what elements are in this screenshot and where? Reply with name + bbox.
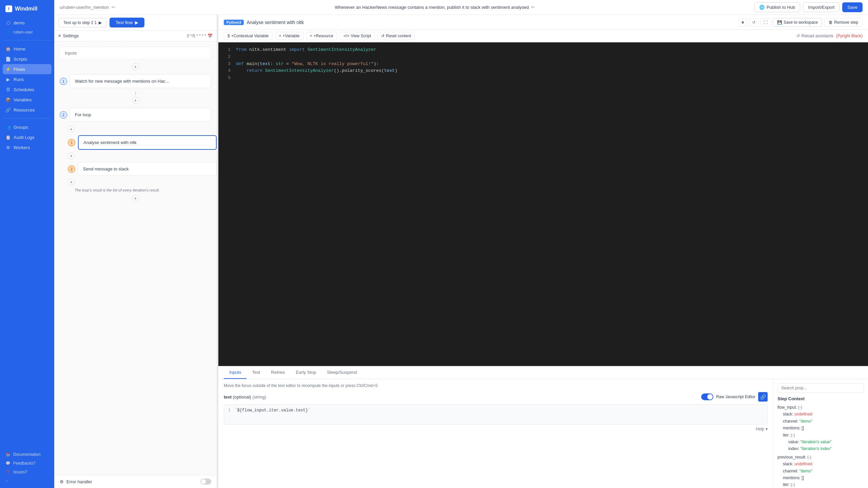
step-1-content[interactable]: Watch for new message with mentions on H… <box>70 74 211 88</box>
edit-path-icon[interactable]: ✏ <box>112 5 115 10</box>
step-2-item[interactable]: 2 For loop 🗑 <box>54 105 217 124</box>
sidebar-item-scripts[interactable]: 📄 Scripts <box>3 54 52 64</box>
sidebar-item-resources[interactable]: 🔗 Resources <box>3 105 52 115</box>
test-step-button[interactable]: Test up to step 2 1 ▶ <box>58 18 107 27</box>
toggle-thumb <box>707 394 713 400</box>
settings-label[interactable]: ≡ Settings <box>58 33 79 38</box>
step-2-content[interactable]: For loop 🗑 <box>70 108 211 122</box>
sidebar-logo: Windmill <box>0 0 54 16</box>
add-step-btn-final[interactable]: + <box>132 195 139 202</box>
demo-icon: ⬡ <box>5 20 11 25</box>
add-loop-step-btn-2[interactable]: + <box>68 179 75 185</box>
ctx-val-value-1: "Iteration's value" <box>800 440 831 444</box>
ctx-val-slack-2: undefined <box>794 462 812 466</box>
tab-early-stop[interactable]: Early Stop <box>290 366 321 379</box>
test-flow-button[interactable]: Test flow ▶ <box>110 18 144 27</box>
view-script-button[interactable]: </> View Script <box>340 32 375 40</box>
line-num-1: 1 <box>224 46 231 54</box>
error-handler-toggle[interactable] <box>200 479 211 485</box>
trash-icon: 🗑 <box>829 20 833 25</box>
sidebar-schedules-label: Schedules <box>14 87 34 92</box>
loop-step-2-content[interactable]: Send message to slack 🗑 <box>78 162 217 176</box>
help-row[interactable]: Help ▾ <box>224 427 768 431</box>
ctx-val-slack-1: undefined <box>794 412 812 416</box>
topbar: u/ruben-user/hn_mention ✏ Whenever an Ha… <box>54 0 868 15</box>
right-panel: Python3 Analyse sentiment with nltk ■ ↺ … <box>218 15 868 488</box>
view-script-label: View Script <box>351 34 371 38</box>
text-field-value[interactable]: 1 `${flow_input.iter.value.text}` <box>224 404 768 425</box>
add-loop-step-btn-0[interactable]: + <box>68 126 75 133</box>
ctx-val-iter-2: (-) <box>791 482 795 487</box>
loop-step-2-item[interactable]: 2 Send message to slack 🗑 <box>68 161 217 177</box>
variable-button[interactable]: + +Variable <box>275 32 303 40</box>
ctx-previous-result: previous_result: (-) <box>777 454 864 461</box>
edit-title-icon[interactable]: ✏ <box>531 5 535 10</box>
code-editor[interactable]: 1 from nltk.sentiment import SentimentIn… <box>218 42 868 366</box>
raw-js-label: Raw Javascript Editor <box>716 394 755 399</box>
remove-step-button[interactable]: 🗑 Remove step <box>824 18 863 27</box>
reload-assistants[interactable]: ↺ Reload assistants (Pyright Black) <box>796 34 863 38</box>
sidebar-item-runs[interactable]: ▶ Runs <box>3 74 52 84</box>
context-search-input[interactable] <box>777 383 864 393</box>
sidebar-item-audit-logs[interactable]: 📋 Audit Logs <box>3 132 52 142</box>
save-button[interactable]: Save <box>842 2 863 12</box>
add-step-btn-0[interactable]: + <box>132 63 139 70</box>
resource-button[interactable]: + +Resource <box>306 32 337 40</box>
sidebar-item-variables[interactable]: 📦 Variables <box>3 95 52 105</box>
sidebar-item-feedback[interactable]: 💬 Feedbacks? <box>3 459 52 468</box>
ctx-key-slack-2: slack: <box>783 462 794 466</box>
dollar-icon: $ <box>228 34 230 38</box>
import-export-button[interactable]: Import/Export <box>803 2 840 12</box>
cron-display: 0 */5 * * * * 📅 <box>187 34 213 38</box>
ctx-key-prev-result: previous_result: <box>777 455 807 460</box>
sidebar-item-home[interactable]: 🏠 Home <box>3 44 52 54</box>
sidebar-back-button[interactable]: ← <box>3 476 52 485</box>
inputs-hint: Move the focus outside of the text edito… <box>224 383 768 388</box>
home-icon: 🏠 <box>5 46 11 52</box>
sidebar-item-flows[interactable]: ⚡ Flows <box>3 64 52 74</box>
loop-children: + 1 Analyse sentiment with nltk 🗑 + 2 <box>54 126 217 185</box>
tab-content: Move the focus outside of the text edito… <box>218 379 868 488</box>
raw-js-toggle[interactable] <box>701 393 713 400</box>
stop-button[interactable]: ■ <box>738 18 747 26</box>
topbar-actions: 🌐 Publish to Hub Import/Export Save <box>754 2 863 12</box>
sidebar-issues-label: Issues? <box>13 470 27 474</box>
sidebar-item-issues[interactable]: ❓ Issues? <box>3 468 52 476</box>
scripts-icon: 📄 <box>5 56 11 62</box>
add-loop-step-btn-1[interactable]: + <box>68 152 75 159</box>
tab-test[interactable]: Test <box>246 366 265 379</box>
ctx-index-1: index: "Iteration's index" <box>777 445 864 452</box>
sidebar-item-workers[interactable]: ⚙ Workers <box>3 142 52 152</box>
reset-content-button[interactable]: ↺ Reset content <box>377 32 415 40</box>
bottom-panel: Inputs Test Retries Early Stop Sleep/Sus… <box>218 366 868 488</box>
sidebar-item-docs[interactable]: 📚 Documentation <box>3 450 52 459</box>
inputs-step[interactable]: Inputs <box>54 44 217 62</box>
secondary-toolbar: $ +Contextual Variable + +Variable + +Re… <box>218 30 868 42</box>
save-label: Save <box>847 5 857 10</box>
sidebar-user[interactable]: 👤 ruben-user <box>3 28 52 37</box>
save-workspace-label: Save to workspace <box>784 20 818 25</box>
resource-icon: + <box>310 34 312 38</box>
tab-retries[interactable]: Retries <box>265 366 290 379</box>
loop-step-1-content[interactable]: Analyse sentiment with nltk 🗑 <box>78 135 217 150</box>
python-badge: Python3 <box>224 20 244 25</box>
sidebar-item-groups[interactable]: 👥 Groups <box>3 122 52 132</box>
sidebar-item-demo[interactable]: ⬡ demo <box>3 18 52 28</box>
contextual-var-button[interactable]: $ +Contextual Variable <box>224 32 273 40</box>
add-step-btn-1[interactable]: + <box>132 97 139 104</box>
save-workspace-button[interactable]: 💾 Save to workspace <box>773 18 822 27</box>
step-1-label: Watch for new message with mentions on H… <box>75 79 169 84</box>
reload-button[interactable]: ↺ <box>749 18 758 26</box>
loop-step-1-item[interactable]: 1 Analyse sentiment with nltk 🗑 <box>68 134 217 151</box>
publish-hub-button[interactable]: 🌐 Publish to Hub <box>754 2 801 12</box>
sidebar-item-schedules[interactable]: 🗓 Schedules <box>3 84 52 95</box>
tab-inputs[interactable]: Inputs <box>224 366 246 379</box>
loop-step-2-number: 2 <box>68 165 75 173</box>
settings-text: Settings <box>63 33 79 38</box>
tab-sleep-suspend[interactable]: Sleep/Suspend <box>321 366 362 379</box>
sidebar-spacer <box>0 154 54 447</box>
step-1-item[interactable]: 1 Watch for new message with mentions on… <box>54 72 217 91</box>
copy-button[interactable]: 🔗 <box>758 392 768 402</box>
fullscreen-button[interactable]: ⛶ <box>761 18 771 26</box>
line-code-5 <box>236 75 863 82</box>
